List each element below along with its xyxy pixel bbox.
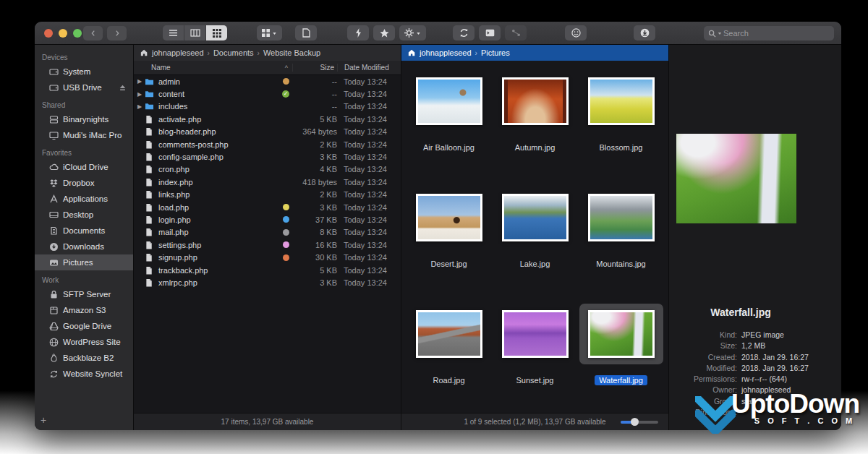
sidebar-item-dropbox[interactable]: Dropbox [35, 175, 133, 191]
forward-button[interactable] [107, 26, 127, 40]
titlebar [35, 22, 841, 45]
search-input[interactable] [723, 29, 830, 38]
sidebar-item-wordpress-site[interactable]: WordPress Site [35, 334, 133, 350]
close-button[interactable] [44, 29, 53, 38]
path-segment[interactable]: Website Backup [263, 48, 320, 57]
list-view-button[interactable] [163, 25, 184, 40]
path-segment[interactable]: Documents [213, 48, 254, 57]
window-controls [44, 29, 82, 38]
terminal-button[interactable] [479, 25, 501, 40]
thumbnail-frame [588, 77, 655, 125]
path-segment[interactable]: johnappleseed [420, 48, 472, 57]
sidebar-item-icloud-drive[interactable]: iCloud Drive [35, 159, 133, 175]
sync-button[interactable] [453, 25, 475, 40]
document-icon [302, 28, 310, 38]
sidebar-item-pictures[interactable]: Pictures [35, 254, 133, 270]
grid-item-blossom-jpg[interactable]: Blossom.jpg [578, 69, 664, 186]
path-segment[interactable]: Pictures [481, 48, 510, 57]
file-row[interactable]: signup.php30 KBToday 13:24 [134, 251, 401, 263]
file-row[interactable]: activate.php5 KBToday 13:24 [134, 113, 401, 125]
file-date: Today 13:24 [337, 228, 401, 236]
sidebar-item-mudi-s-imac-pro[interactable]: Mudi's iMac Pro [35, 127, 133, 143]
emoji-button[interactable] [565, 25, 587, 40]
thumbnail-size-slider[interactable] [621, 421, 658, 424]
grid-item-mountains-jpg[interactable]: Mountains.jpg [578, 186, 664, 302]
column-name[interactable]: Name ^ [134, 64, 292, 72]
thumbnail-frame [502, 194, 569, 241]
file-date: Today 13:24 [337, 102, 401, 111]
column-view-button[interactable] [184, 25, 205, 40]
file-row[interactable]: blog-header.php364 bytesToday 13:24 [134, 126, 401, 138]
sidebar-item-backblaze-b2[interactable]: Backblaze B2 [35, 350, 133, 366]
arrange-menu-button[interactable] [257, 25, 282, 40]
grid-item-autumn-jpg[interactable]: Autumn.jpg [492, 69, 578, 186]
grid-item-sunset-jpg[interactable]: Sunset.jpg [492, 302, 578, 419]
sidebar-item-applications[interactable]: Applications [35, 191, 133, 207]
drive-icon [49, 67, 59, 77]
file-row[interactable]: trackback.php5 KBToday 13:24 [134, 264, 401, 276]
sidebar-item-documents[interactable]: Documents [35, 223, 133, 239]
file-row[interactable]: xmlrpc.php3 KBToday 13:24 [134, 276, 401, 288]
eject-icon [119, 84, 127, 92]
slider-knob[interactable] [631, 418, 639, 426]
disclosure-triangle[interactable]: ▶ [134, 91, 143, 98]
sidebar-item-amazon-s3[interactable]: Amazon S3 [35, 302, 133, 318]
disclosure-triangle[interactable]: ▶ [134, 103, 143, 110]
sidebar-item-binarynights[interactable]: Binarynights [35, 111, 133, 127]
sidebar-item-label: USB Drive [63, 83, 102, 92]
terminal-icon [485, 29, 495, 37]
path-segment[interactable]: johnappleseed [152, 48, 204, 57]
grid-item-waterfall-jpg[interactable]: Waterfall.jpg [578, 302, 664, 419]
sidebar-section-header: Favorites [35, 143, 133, 159]
disclosure-triangle[interactable]: ▶ [134, 78, 143, 85]
tag-dot [279, 229, 292, 236]
activities-button[interactable] [347, 25, 369, 40]
file-row[interactable]: ▶content✓--Today 13:24 [134, 87, 401, 100]
thumbnail-frame [502, 77, 569, 125]
favorites-button[interactable] [373, 25, 395, 40]
grid-item-desert-jpg[interactable]: Desert.jpg [406, 186, 492, 302]
sidebar-item-sftp-server[interactable]: SFTP Server [35, 286, 133, 302]
icon-view-button[interactable] [206, 25, 227, 40]
grid-item-road-jpg[interactable]: Road.jpg [406, 302, 492, 419]
actions-menu-button[interactable] [399, 25, 426, 40]
eject-button[interactable] [119, 84, 127, 92]
zoom-button[interactable] [73, 29, 82, 38]
download-button[interactable] [634, 25, 655, 40]
thumbnail-plate [407, 71, 491, 132]
file-row[interactable]: load.php3 KBToday 13:24 [134, 201, 401, 213]
file-row[interactable]: cron.php4 KBToday 13:24 [134, 163, 401, 176]
sidebar-item-usb-drive[interactable]: USB Drive [35, 80, 133, 95]
column-size[interactable]: Size [292, 64, 337, 72]
file-row[interactable]: mail.php8 KBToday 13:24 [134, 226, 401, 239]
search-field[interactable] [704, 26, 834, 40]
add-connection-button[interactable]: + [41, 414, 46, 426]
file-row[interactable]: comments-post.php2 KBToday 13:24 [134, 138, 401, 150]
tag-dot [279, 216, 292, 223]
file-row[interactable]: login.php37 KBToday 13:24 [134, 213, 401, 226]
column-date[interactable]: Date Modified [337, 64, 401, 72]
transfers-button[interactable] [505, 25, 527, 40]
file-row[interactable]: ▶includes--Today 13:24 [134, 100, 401, 113]
file-row[interactable]: config-sample.php3 KBToday 13:24 [134, 150, 401, 163]
sidebar-item-system[interactable]: System [35, 64, 133, 80]
file-row[interactable]: ▶admin--Today 13:24 [134, 75, 401, 87]
file-row[interactable]: settings.php16 KBToday 13:24 [134, 239, 401, 251]
app-window: DevicesSystemUSB DriveSharedBinarynights… [35, 22, 841, 430]
minimize-button[interactable] [59, 29, 67, 38]
back-button[interactable] [83, 26, 103, 40]
grid-item-air-balloon-jpg[interactable]: Air Balloon.jpg [406, 69, 492, 186]
sidebar-item-downloads[interactable]: Downloads [35, 239, 133, 254]
grid-item-lake-jpg[interactable]: Lake.jpg [492, 186, 578, 302]
file-row[interactable]: links.php2 KBToday 13:24 [134, 189, 401, 201]
file-size: 2 KB [292, 190, 337, 199]
sidebar-item-label: Downloads [63, 242, 104, 251]
tag-dot [279, 254, 292, 261]
sidebar-item-google-drive[interactable]: Google Drive [35, 318, 133, 334]
file-row[interactable]: index.php418 bytesToday 13:24 [134, 176, 401, 188]
globe-icon [49, 338, 59, 347]
sidebar-item-website-synclet[interactable]: Website Synclet [35, 366, 133, 382]
sidebar-item-label: Desktop [63, 210, 93, 219]
new-file-button[interactable] [295, 25, 317, 40]
sidebar-item-desktop[interactable]: Desktop [35, 207, 133, 223]
